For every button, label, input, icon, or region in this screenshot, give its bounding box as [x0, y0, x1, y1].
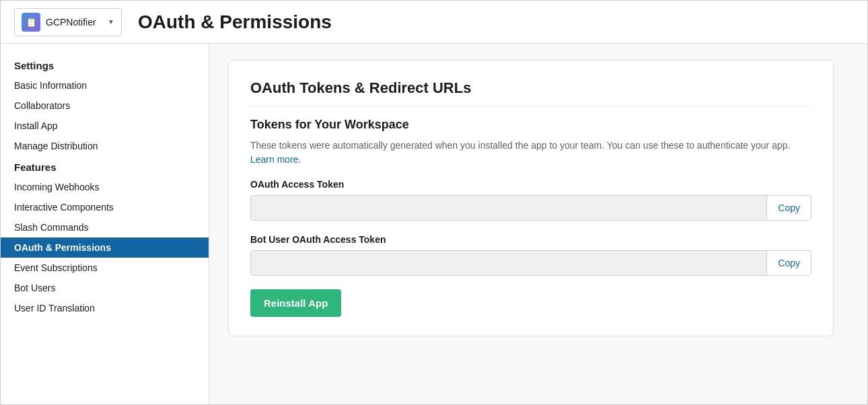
sidebar-item-incoming-webhooks[interactable]: Incoming Webhooks: [1, 177, 209, 197]
app-selector[interactable]: 📋 GCPNotifier ▼: [14, 8, 122, 36]
sidebar-item-user-id-translation[interactable]: User ID Translation: [1, 298, 209, 318]
subsection-title: Tokens for Your Workspace: [250, 118, 811, 132]
app-icon: 📋: [22, 13, 40, 32]
sidebar-item-manage-distribution[interactable]: Manage Distribution: [1, 136, 209, 156]
oauth-token-field: Copy: [250, 195, 811, 221]
bot-token-field: Copy: [250, 250, 811, 276]
sidebar-item-event-subscriptions[interactable]: Event Subscriptions: [1, 258, 209, 278]
learn-more-link[interactable]: Learn more.: [250, 154, 301, 165]
app-name: GCPNotifier: [46, 17, 102, 28]
main-layout: Settings Basic Information Collaborators…: [1, 44, 867, 404]
bot-token-label: Bot User OAuth Access Token: [250, 234, 811, 245]
sidebar: Settings Basic Information Collaborators…: [1, 44, 209, 404]
features-section-label: Features: [1, 156, 209, 177]
bot-copy-button[interactable]: Copy: [766, 251, 811, 275]
description-text: These tokens were automatically generate…: [250, 139, 811, 167]
chevron-down-icon: ▼: [108, 18, 114, 26]
sidebar-item-interactive-components[interactable]: Interactive Components: [1, 197, 209, 217]
oauth-token-input[interactable]: [251, 196, 766, 220]
sidebar-item-collaborators[interactable]: Collaborators: [1, 96, 209, 116]
top-bar: 📋 GCPNotifier ▼ OAuth & Permissions: [1, 1, 867, 44]
bot-token-input[interactable]: [251, 251, 766, 275]
sidebar-item-slash-commands[interactable]: Slash Commands: [1, 217, 209, 237]
content-card: OAuth Tokens & Redirect URLs Tokens for …: [228, 60, 834, 336]
sidebar-item-install-app[interactable]: Install App: [1, 116, 209, 136]
content-area: OAuth Tokens & Redirect URLs Tokens for …: [209, 44, 867, 404]
oauth-copy-button[interactable]: Copy: [766, 196, 811, 220]
settings-section-label: Settings: [1, 54, 209, 75]
page-title: OAuth & Permissions: [138, 11, 332, 33]
sidebar-item-bot-users[interactable]: Bot Users: [1, 278, 209, 298]
sidebar-item-oauth-permissions[interactable]: OAuth & Permissions: [1, 237, 209, 258]
sidebar-item-basic-information[interactable]: Basic Information: [1, 75, 209, 96]
section-title: OAuth Tokens & Redirect URLs: [250, 79, 811, 107]
reinstall-app-button[interactable]: Reinstall App: [250, 289, 341, 317]
oauth-token-label: OAuth Access Token: [250, 179, 811, 190]
